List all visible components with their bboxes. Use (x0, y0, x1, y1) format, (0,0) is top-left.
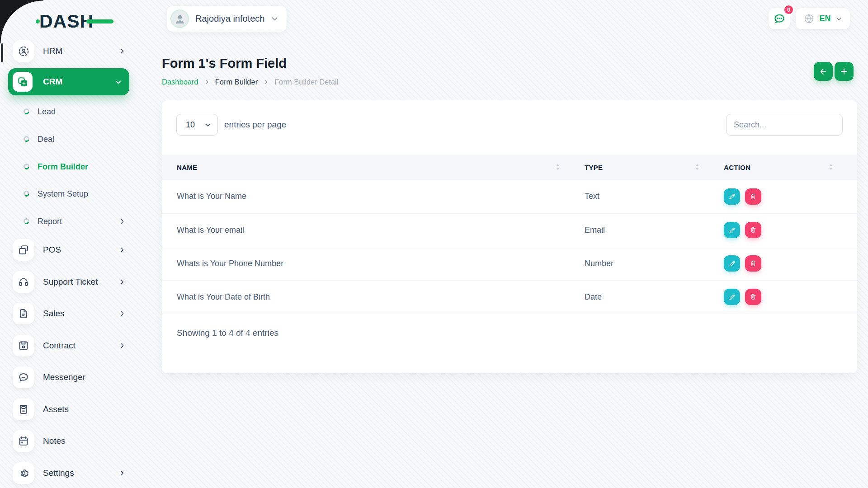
chevron-right-icon (118, 47, 126, 55)
table-row: Whats is Your Phone Number Number (162, 247, 857, 280)
sidebar-item-label: POS (43, 239, 61, 261)
edit-button[interactable] (724, 289, 740, 305)
company-avatar (170, 9, 189, 28)
breadcrumb-current: Form Builder Detail (274, 78, 338, 86)
language-selector[interactable]: EN (796, 8, 850, 29)
trash-icon (750, 260, 757, 267)
sidebar-item-label: Settings (43, 462, 74, 484)
sidebar-item-deal[interactable]: Deal (0, 133, 136, 145)
messages-button[interactable]: 0 (769, 8, 790, 29)
back-button[interactable] (814, 62, 833, 81)
column-header-name[interactable]: NAME (162, 155, 570, 180)
delete-button[interactable] (745, 289, 761, 305)
sidebar-item-support-ticket[interactable]: Support Ticket (0, 271, 136, 293)
entries-summary: Showing 1 to 4 of 4 entries (177, 328, 278, 338)
sidebar-item-sales[interactable]: Sales (0, 303, 136, 324)
sidebar-item-settings[interactable]: Settings (0, 462, 136, 484)
sidebar-item-pos[interactable]: POS (0, 239, 136, 261)
edit-button[interactable] (724, 255, 740, 272)
sidebar-item-label: System Setup (38, 188, 88, 200)
sidebar: HRM CRM Lead Deal Form Builder (0, 0, 136, 488)
language-code: EN (819, 14, 830, 23)
delete-button[interactable] (745, 188, 761, 205)
field-type: Email (570, 213, 709, 247)
add-button[interactable] (835, 62, 854, 81)
sort-icon[interactable] (556, 164, 560, 170)
sidebar-item-label: HRM (43, 40, 62, 62)
user-avatar-icon (173, 12, 187, 26)
sidebar-item-notes[interactable]: Notes (0, 430, 136, 452)
sidebar-item-lead[interactable]: Lead (0, 106, 136, 117)
pencil-icon (728, 260, 736, 267)
table-row: What is Your email Email (162, 213, 857, 247)
edit-button[interactable] (724, 222, 740, 238)
sidebar-item-hrm[interactable]: HRM (0, 40, 136, 62)
bullet-icon (24, 108, 29, 114)
table-row: What is Your Name Text (162, 180, 857, 213)
chevron-right-icon (204, 79, 210, 85)
column-header-action[interactable]: ACTION (709, 155, 857, 180)
edit-button[interactable] (724, 188, 740, 205)
sidebar-item-label: Deal (38, 133, 54, 145)
chevron-right-icon (118, 218, 126, 225)
pencil-icon (728, 226, 736, 234)
sidebar-item-contract[interactable]: Contract (0, 335, 136, 357)
save-icon (13, 335, 34, 357)
sort-icon[interactable] (695, 164, 699, 170)
modules-icon (13, 72, 33, 92)
user-scan-icon (13, 40, 34, 62)
chat-icon (773, 13, 785, 25)
chat-badge: 0 (783, 5, 794, 15)
sidebar-item-crm[interactable]: CRM (8, 68, 129, 95)
breadcrumb-form-builder[interactable]: Form Builder (215, 78, 258, 86)
chevron-down-icon (114, 78, 122, 86)
trash-icon (750, 293, 757, 300)
chevron-down-icon (204, 122, 211, 128)
sidebar-item-label: Form Builder (38, 161, 88, 173)
calendar-icon (13, 430, 34, 452)
field-type: Date (570, 280, 709, 314)
trash-icon (750, 226, 757, 234)
sidebar-item-report[interactable]: Report (0, 216, 136, 227)
field-type: Text (570, 180, 709, 213)
field-type: Number (570, 247, 709, 280)
column-header-type[interactable]: TYPE (570, 155, 709, 180)
sidebar-item-label: Sales (43, 303, 65, 324)
sidebar-item-messenger[interactable]: Messenger (0, 366, 136, 388)
sidebar-item-label: Lead (38, 106, 56, 117)
delete-button[interactable] (745, 255, 761, 272)
field-name: What is Your email (162, 213, 570, 247)
document-icon (13, 303, 34, 324)
sidebar-item-assets[interactable]: Assets (0, 399, 136, 420)
sidebar-item-system-setup[interactable]: System Setup (0, 188, 136, 200)
globe-icon (803, 13, 815, 24)
field-name: What is Your Date of Birth (162, 280, 570, 314)
chevron-right-icon (118, 246, 126, 253)
sidebar-item-label: Messenger (43, 366, 85, 388)
sort-icon[interactable] (829, 164, 833, 170)
chat-bubble-icon (13, 366, 34, 388)
sidebar-item-label: CRM (43, 68, 62, 95)
gear-icon (13, 462, 34, 484)
app-screen: DASH Rajodiya infotech 0 EN (0, 0, 868, 488)
sidebar-item-form-builder[interactable]: Form Builder (0, 161, 136, 173)
workspace-switcher[interactable]: Rajodiya infotech (167, 6, 287, 32)
entries-per-page-select[interactable]: 10 (176, 114, 218, 136)
breadcrumb: Dashboard Form Builder Form Builder Deta… (162, 78, 338, 86)
search-input[interactable] (726, 114, 843, 136)
form-fields-table: NAME TYPE ACTION What is Your Name Text (162, 155, 857, 314)
sidebar-item-label: Assets (43, 399, 69, 420)
breadcrumb-dashboard[interactable]: Dashboard (162, 78, 198, 86)
trash-icon (750, 193, 757, 200)
field-name: What is Your Name (162, 180, 570, 213)
sidebar-item-label: Support Ticket (43, 271, 98, 293)
chevron-right-icon (118, 278, 126, 286)
delete-button[interactable] (745, 222, 761, 238)
bullet-icon (24, 136, 29, 142)
field-name: Whats is Your Phone Number (162, 247, 570, 280)
chevron-right-icon (118, 469, 126, 477)
chevron-down-icon (271, 15, 278, 23)
form-fields-card: 10 entries per page NAME TYPE ACTION Wh (162, 100, 857, 373)
headset-icon (13, 271, 34, 293)
arrow-left-icon (819, 67, 828, 76)
